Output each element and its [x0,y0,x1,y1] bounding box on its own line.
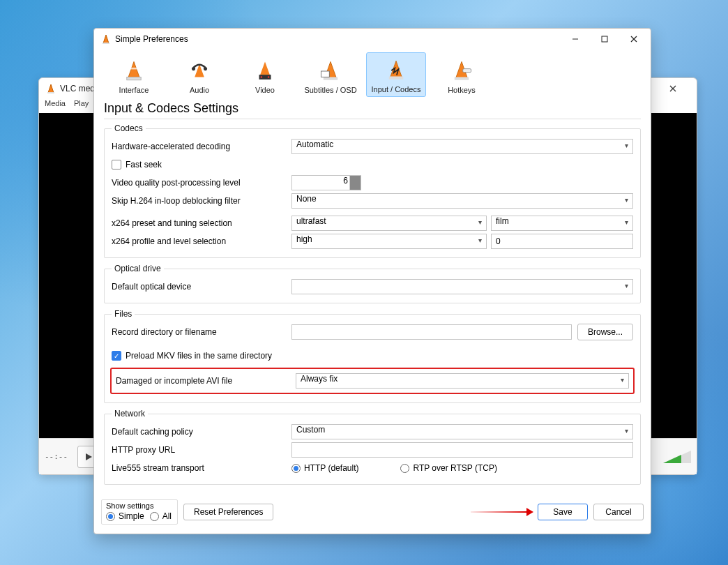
checkbox-fast-seek[interactable]: Fast seek [112,160,162,170]
dialog-title: Simple Preferences [115,34,188,44]
group-network: Network Default caching policy Custom HT… [104,409,641,485]
browse-button[interactable]: Browse... [577,324,633,340]
checkbox-preload-mkv[interactable]: ✓ Preload MKV files in the same director… [112,351,272,361]
maximize-icon [601,36,608,43]
svg-rect-1 [47,92,54,93]
svg-marker-3 [103,35,109,43]
volume-indicator[interactable] [663,451,691,463]
group-optical: Optical drive Default optical device [104,264,641,303]
label-quality: Video quality post-processing level [112,178,286,188]
radio-on-icon [291,464,301,473]
select-x264-preset[interactable]: ultrafast [291,216,487,231]
save-button[interactable]: Save [538,504,588,520]
label-record-dir: Record directory or filename [112,327,286,337]
tab-interface[interactable]: Interface [104,52,164,97]
close-icon [630,36,637,43]
svg-rect-6 [602,36,607,42]
minimize-button[interactable] [563,29,592,50]
cancel-button[interactable]: Cancel [593,504,644,520]
vlc-title: VLC med [60,84,95,93]
svg-point-15 [261,76,263,78]
vlc-cone-icon [46,84,56,93]
select-x264-tuning[interactable]: film [491,216,633,231]
tab-input-codecs[interactable]: Input / Codecs [366,52,426,97]
tab-subtitles[interactable]: Subtitles / OSD [301,52,361,97]
label-live555: Live555 stream transport [112,463,286,473]
menu-media[interactable]: Media [45,99,66,113]
cone-interface-icon [122,59,146,83]
checkbox-checked-icon: ✓ [112,351,121,361]
svg-marker-0 [48,84,54,93]
select-optical-device[interactable] [291,279,633,294]
svg-point-12 [204,67,207,70]
radio-on-icon [106,512,115,521]
cone-codecs-icon [384,59,408,82]
cone-video-icon [253,59,277,83]
svg-rect-9 [130,68,137,70]
close-button[interactable] [621,29,651,50]
select-hw-decoding[interactable]: Automatic [291,139,633,154]
close-icon [669,85,676,92]
radio-rtp[interactable]: RTP over RTSP (TCP) [400,463,496,473]
select-avi-fix[interactable]: Always fix [296,373,629,389]
show-settings-group: Show settings Simple All [101,499,178,525]
radio-simple[interactable]: Simple [106,511,144,521]
svg-point-16 [268,76,270,78]
input-record-dir[interactable] [291,324,572,340]
cone-hotkeys-icon [450,59,473,83]
radio-all[interactable]: All [150,511,172,521]
svg-marker-7 [128,61,140,78]
maximize-button[interactable] [592,29,621,50]
select-x264-profile[interactable]: high [291,234,487,249]
reset-button[interactable]: Reset Preferences [183,504,273,520]
svg-rect-4 [103,43,109,44]
group-files: Files Record directory or filename Brows… [104,309,641,403]
label-show-settings: Show settings [106,502,172,510]
svg-rect-21 [389,77,403,80]
annotation-arrow [471,509,533,515]
checkbox-icon [112,160,121,170]
spinner-quality[interactable]: 6 ▲▼ [291,175,361,190]
legend-files: Files [112,309,135,319]
svg-rect-8 [127,77,141,80]
svg-rect-23 [455,77,469,80]
label-proxy: HTTP proxy URL [112,445,286,455]
label-skip-h264: Skip H.264 in-loop deblocking filter [112,196,286,206]
tab-hotkeys[interactable]: Hotkeys [432,52,492,97]
svg-rect-18 [324,77,338,80]
radio-off-icon [400,464,409,473]
svg-rect-24 [463,69,471,73]
select-caching[interactable]: Custom [291,424,633,439]
tab-video[interactable]: Video [235,52,295,97]
time-elapsed: --:-- [45,452,68,461]
select-skip-h264[interactable]: None [291,193,633,209]
radio-http[interactable]: HTTP (default) [291,463,358,473]
svg-marker-20 [390,61,402,77]
vlc-cone-icon [101,34,111,44]
minimize-icon [572,36,579,43]
cone-audio-icon [188,59,211,83]
close-button[interactable] [660,78,690,99]
input-proxy[interactable] [291,442,633,458]
input-x264-level[interactable]: 0 [491,234,633,249]
highlighted-row: Damaged or incomplete AVI file Always fi… [110,368,635,394]
cone-subtitles-icon [319,59,342,83]
page-heading: Input & Codecs Settings [94,97,651,119]
svg-point-11 [192,67,195,70]
radio-off-icon [150,512,159,521]
label-hw-decoding: Hardware-accelerated decoding [112,142,286,151]
legend-network: Network [112,409,148,419]
group-codecs: Codecs Hardware-accelerated decoding Aut… [104,123,641,258]
preferences-dialog: Simple Preferences Interface Audio Video… [93,28,651,534]
svg-rect-19 [321,71,329,77]
label-x264-preset: x264 preset and tuning selection [112,218,286,228]
svg-marker-2 [86,453,92,460]
label-caching: Default caching policy [112,427,286,437]
play-icon [84,453,93,461]
label-avi-fix: Damaged or incomplete AVI file [116,376,290,386]
label-optical-device: Default optical device [112,282,286,292]
tab-audio[interactable]: Audio [169,52,229,97]
label-x264-profile: x264 profile and level selection [112,236,286,246]
menu-playback[interactable]: Play [74,99,89,113]
legend-optical: Optical drive [112,264,164,273]
